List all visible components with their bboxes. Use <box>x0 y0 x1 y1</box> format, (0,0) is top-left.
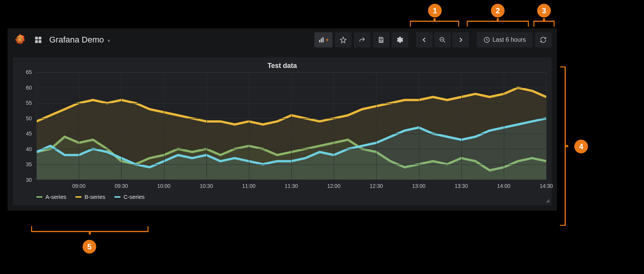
x-tick-label: 12:00 <box>327 183 341 189</box>
svg-rect-5 <box>39 40 41 43</box>
svg-rect-7 <box>321 38 322 43</box>
time-range-picker[interactable]: Last 6 hours <box>477 32 533 47</box>
bar-chart-icon <box>318 36 325 43</box>
legend-swatch-a <box>36 196 42 198</box>
annotation-bracket-2 <box>467 18 529 27</box>
y-tick-label: 50 <box>26 115 32 121</box>
share-icon <box>359 36 366 43</box>
star-button[interactable] <box>335 32 352 47</box>
annotation-bracket-5 <box>31 226 148 235</box>
time-picker-group: Last 6 hours <box>477 32 552 47</box>
annotation-marker-1-label: 1 <box>433 6 437 15</box>
annotation-marker-4: 4 <box>574 140 588 153</box>
plot-canvas[interactable] <box>36 72 546 180</box>
time-range-label: Last 6 hours <box>492 36 526 43</box>
x-tick-label: 11:30 <box>284 183 298 189</box>
zoom-out-icon <box>439 36 446 43</box>
svg-rect-3 <box>39 37 41 39</box>
time-range-back-button[interactable] <box>416 32 433 47</box>
toolbar-main: + <box>314 32 408 47</box>
svg-rect-4 <box>35 40 38 43</box>
x-tick-label: 10:30 <box>200 183 213 189</box>
y-tick-label: 55 <box>26 100 32 106</box>
save-button[interactable] <box>373 32 389 47</box>
svg-rect-2 <box>35 37 38 39</box>
refresh-icon <box>540 36 547 43</box>
legend: A-series B-series C-series <box>17 190 548 202</box>
dashboard-grid-icon[interactable] <box>33 34 44 46</box>
x-tick-label: 13:00 <box>412 183 425 189</box>
grafana-logo-icon[interactable] <box>13 33 27 47</box>
chevron-down-icon: ▼ <box>107 39 111 43</box>
legend-swatch-c <box>114 196 120 198</box>
chevron-right-icon <box>457 36 464 43</box>
y-tick-label: 40 <box>26 146 32 152</box>
settings-button[interactable] <box>392 32 408 47</box>
resize-handle-icon[interactable]: ◢ <box>546 198 549 203</box>
annotation-bracket-3 <box>533 18 555 27</box>
x-axis: 09:0009:3010:0010:3011:0011:3012:0012:30… <box>36 181 546 190</box>
x-tick-label: 09:30 <box>115 183 128 189</box>
refresh-button[interactable] <box>535 32 552 47</box>
annotation-marker-5-label: 5 <box>87 243 91 251</box>
svg-rect-9 <box>380 40 382 42</box>
legend-item-c[interactable]: C-series <box>114 194 145 200</box>
x-tick-label: 10:00 <box>157 183 170 189</box>
save-icon <box>378 36 385 43</box>
chevron-left-icon <box>421 36 428 43</box>
legend-label-a: A-series <box>45 194 66 200</box>
legend-label-c: C-series <box>123 194 145 200</box>
svg-rect-6 <box>319 40 320 43</box>
dashboard-topbar: Grafana Demo ▼ + <box>8 28 557 51</box>
time-range-forward-button[interactable] <box>452 32 469 47</box>
legend-swatch-b <box>75 196 81 198</box>
y-tick-label: 35 <box>26 161 32 167</box>
panel-graph[interactable]: Test data 3035404550556065 09:0009:3010:… <box>13 57 552 205</box>
zoom-out-button[interactable] <box>434 32 451 47</box>
x-tick-label: 12:30 <box>370 183 383 189</box>
svg-rect-8 <box>322 37 324 43</box>
x-tick-label: 14:30 <box>539 183 553 189</box>
annotation-marker-3-label: 3 <box>542 6 546 15</box>
legend-label-b: B-series <box>84 194 105 200</box>
clock-icon <box>483 36 490 43</box>
x-tick-label: 14:00 <box>497 183 510 189</box>
x-tick-label: 09:00 <box>72 183 86 189</box>
x-tick-label: 11:00 <box>242 183 255 189</box>
y-tick-label: 30 <box>26 177 32 183</box>
gear-icon <box>397 36 403 43</box>
y-tick-label: 45 <box>26 131 32 137</box>
y-tick-label: 60 <box>26 85 32 91</box>
add-panel-button[interactable]: + <box>314 32 333 47</box>
svg-line-11 <box>444 41 445 43</box>
dashboard: Grafana Demo ▼ + <box>8 28 557 211</box>
legend-item-a[interactable]: A-series <box>36 194 66 200</box>
share-button[interactable] <box>354 32 370 47</box>
dashboard-title: Grafana Demo <box>49 35 104 45</box>
plot-area: 3035404550556065 09:0009:3010:0010:3011:… <box>17 72 548 190</box>
y-axis: 3035404550556065 <box>17 72 34 180</box>
dashboard-title-picker[interactable]: Grafana Demo ▼ <box>46 33 114 46</box>
annotation-marker-5: 5 <box>83 240 96 254</box>
annotation-marker-2-label: 2 <box>496 6 500 15</box>
annotation-marker-3: 3 <box>537 4 551 17</box>
annotation-marker-1: 1 <box>428 4 442 17</box>
y-tick-label: 65 <box>26 69 32 75</box>
panel-title: Test data <box>17 60 548 72</box>
annotation-bracket-4 <box>560 66 568 226</box>
plus-icon: + <box>326 37 329 43</box>
x-tick-label: 13:30 <box>455 183 468 189</box>
annotation-marker-4-label: 4 <box>579 142 583 151</box>
legend-item-b[interactable]: B-series <box>75 194 105 200</box>
star-icon <box>340 36 347 43</box>
annotation-marker-2: 2 <box>491 4 505 17</box>
time-nav-group <box>416 32 469 47</box>
annotation-bracket-1 <box>410 18 459 27</box>
